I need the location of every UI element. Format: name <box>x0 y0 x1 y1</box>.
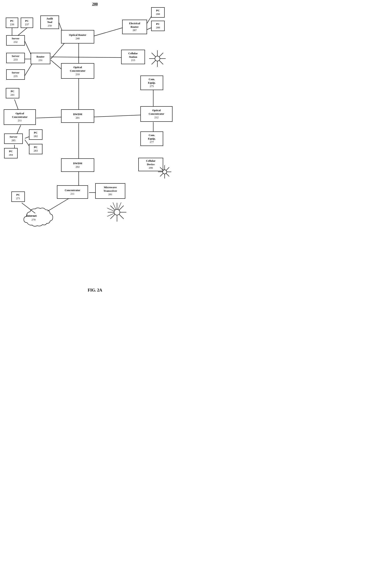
pc-239-num: 239 <box>10 23 14 26</box>
svg-line-10 <box>51 57 123 57</box>
concentrator-211-bottom-node: Concentrator 211 <box>57 185 88 199</box>
dwdm-201-label: DWDM <box>73 113 82 116</box>
concentrator-211-bottom-label: Concentrator <box>65 189 80 192</box>
cellular-device-299-num: 299 <box>149 166 153 170</box>
cellular-station-215-label: CellularStation <box>128 52 138 59</box>
optical-conc-211-left-num: 211 <box>18 119 22 122</box>
cellular-station-burst <box>145 45 170 70</box>
cellular-device-299-label: CellularDevice <box>146 159 155 166</box>
svg-line-1 <box>17 28 27 36</box>
svg-line-43 <box>119 214 124 219</box>
dwdm-202-node: DWDM 202 <box>61 158 94 172</box>
server-285-node: Server 285 <box>4 133 23 144</box>
pc-241-label: PC <box>11 90 14 93</box>
pc-271-label: PC <box>16 193 20 197</box>
optical-conc-210-num: 210 <box>76 73 80 76</box>
svg-point-37 <box>114 209 120 215</box>
svg-line-35 <box>159 53 163 57</box>
pc-282-node: PC 282 <box>29 129 42 140</box>
diagram-title: 200 <box>92 2 98 6</box>
internet-label: Internet <box>26 214 37 218</box>
pc-237-num: 237 <box>25 23 29 26</box>
pc-288b-node: PC 288 <box>151 21 165 31</box>
server-235-label: Server <box>12 71 19 74</box>
com-equip-275-num: 275 <box>150 84 154 88</box>
pc-271-num: 271 <box>16 197 20 200</box>
svg-line-42 <box>110 206 115 210</box>
microwave-281-num: 281 <box>108 193 113 196</box>
concentrator-211-bottom-num: 211 <box>70 192 74 196</box>
optical-conc-211-left-label: OpticalConcentrator <box>12 112 28 119</box>
svg-line-22 <box>17 125 21 135</box>
svg-line-34 <box>159 60 163 64</box>
microwave-281-label: MicrowaveTransceiver <box>104 186 117 193</box>
svg-line-16 <box>93 115 143 117</box>
com-equip-275-node: Com.Equip. 275 <box>140 75 163 90</box>
router-231-node: Router 231 <box>31 53 50 64</box>
optical-router-240-num: 240 <box>76 37 80 40</box>
cellular-device-burst <box>156 164 177 184</box>
svg-line-58 <box>160 173 163 176</box>
pc-284-node: PC 284 <box>4 148 18 158</box>
svg-line-57 <box>166 167 169 170</box>
pc-288b-label: PC <box>156 22 160 26</box>
optical-conc-212-num: 212 <box>154 116 159 119</box>
electrical-router-287-node: ElectricalRouter 287 <box>122 20 147 34</box>
server-285-label: Server <box>10 135 17 139</box>
optical-conc-211-left-node: OpticalConcentrator 211 <box>4 109 36 125</box>
pc-288a-num: 288 <box>156 12 160 16</box>
pc-282-num: 282 <box>34 135 38 138</box>
server-235-num: 235 <box>14 74 18 78</box>
dwdm-202-num: 202 <box>76 165 80 169</box>
com-equip-275-label: Com.Equip. <box>148 78 155 85</box>
fig-caption: FIG. 2A <box>0 288 190 297</box>
svg-line-44 <box>119 206 124 210</box>
pc-284-label: PC <box>9 150 13 153</box>
pc-283-node: PC 283 <box>29 144 42 154</box>
com-equip-277-node: Com.Equip. 277 <box>140 131 163 146</box>
svg-line-33 <box>152 53 156 57</box>
svg-line-55 <box>160 167 163 170</box>
audit-tool-node: AuditTool 250 <box>40 16 59 29</box>
audit-tool-label: AuditTool <box>46 17 53 24</box>
microwave-burst <box>101 197 133 228</box>
pc-288a-node: PC 288 <box>151 7 165 18</box>
optical-conc-210-label: OpticalConcentrator <box>70 66 85 73</box>
cellular-station-215-node: CellularStation 215 <box>121 50 145 64</box>
pc-237-node: PC 237 <box>21 18 33 28</box>
router-231-label: Router <box>37 55 44 59</box>
server-235-node: Server 235 <box>6 69 25 80</box>
svg-line-36 <box>152 60 156 64</box>
optical-router-240-label: Optical Router <box>69 33 86 37</box>
com-equip-277-num: 277 <box>150 140 154 144</box>
microwave-281-node: MicrowaveTransceiver 281 <box>95 183 125 199</box>
svg-line-4 <box>93 28 123 36</box>
optical-conc-212-label: OpticalConcentrator <box>149 109 164 116</box>
pc-288b-num: 288 <box>156 26 160 29</box>
pc-241-num: 241 <box>11 93 15 97</box>
diagram: 200 <box>0 0 190 286</box>
pc-283-label: PC <box>34 146 38 149</box>
optical-conc-210-node: OpticalConcentrator 210 <box>61 63 94 79</box>
internet-num: 270 <box>32 218 36 221</box>
server-232-node: Server 232 <box>6 35 25 46</box>
svg-line-56 <box>166 173 169 176</box>
pc-283-num: 283 <box>34 149 38 153</box>
svg-line-8 <box>51 43 64 59</box>
internet-cloud-svg <box>21 206 56 229</box>
dwdm-201-num: 201 <box>76 116 80 120</box>
router-231-num: 231 <box>38 59 43 62</box>
pc-282-label: PC <box>34 131 38 135</box>
optical-conc-212-node: OpticalConcentrator 212 <box>140 106 172 122</box>
electrical-router-287-label: ElectricalRouter <box>129 22 140 29</box>
server-232-num: 232 <box>14 40 18 44</box>
server-233-node: Server 233 <box>6 53 25 63</box>
server-233-num: 233 <box>14 58 18 61</box>
dwdm-202-label: DWDM <box>73 162 82 165</box>
svg-line-13 <box>15 99 19 111</box>
pc-288a-label: PC <box>156 9 160 12</box>
cellular-station-215-num: 215 <box>131 59 135 62</box>
audit-tool-num: 250 <box>48 24 52 28</box>
server-233-label: Server <box>12 55 19 58</box>
pc-284-num: 284 <box>9 153 13 157</box>
